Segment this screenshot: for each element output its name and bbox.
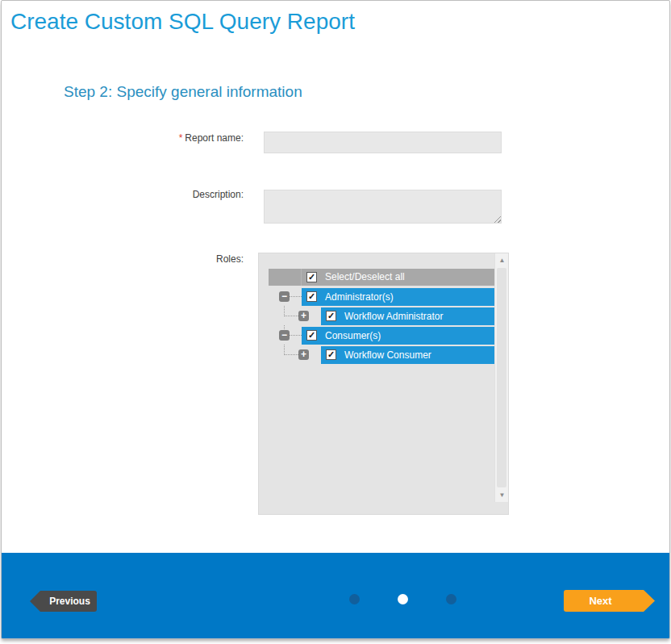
step-indicator-dot (446, 594, 456, 604)
check-icon: ✓ (327, 312, 336, 320)
step-indicator-dot (349, 594, 360, 604)
checkbox[interactable]: ✓ (306, 291, 317, 302)
expand-icon[interactable]: + (298, 311, 309, 321)
tree-connector (284, 316, 298, 316)
step-heading: Step 2: Specify general information (64, 83, 302, 101)
check-icon: ✓ (307, 292, 316, 301)
tree-connector (290, 296, 302, 297)
roles-tree: ✓ Select/Deselect all − ✓ Administrator(… (258, 253, 509, 515)
column-divider (301, 269, 302, 286)
tree-row-workflow-consumer[interactable]: + ✓ Workflow Consumer (269, 346, 496, 364)
previous-button[interactable]: Previous (30, 591, 97, 612)
collapse-icon[interactable]: − (279, 291, 290, 302)
step-indicator-dot-active (398, 594, 408, 604)
tree-row-administrators[interactable]: − ✓ Administrator(s) (269, 288, 496, 306)
tree-row-label[interactable]: Workflow Administrator (344, 307, 443, 325)
tree-row-workflow-administrator[interactable]: + ✓ Workflow Administrator (269, 307, 496, 325)
scrollbar-thumb[interactable] (497, 268, 506, 487)
tree-row-label[interactable]: Workflow Consumer (344, 346, 431, 364)
checkbox[interactable]: ✓ (306, 330, 317, 341)
select-all-label[interactable]: Select/Deselect all (325, 269, 405, 286)
checkbox[interactable]: ✓ (326, 349, 336, 360)
description-label: Description: (82, 189, 244, 200)
roles-label: Roles: (82, 253, 244, 265)
required-marker: * (179, 132, 183, 144)
check-icon: ✓ (327, 350, 336, 359)
next-button[interactable]: Next (564, 590, 655, 612)
report-name-label: *Report name: (82, 132, 244, 144)
tree-row-label[interactable]: Consumer(s) (325, 327, 381, 345)
select-all-checkbox[interactable]: ✓ (306, 272, 317, 282)
scrollbar[interactable]: ▲ ▼ (494, 253, 508, 502)
wizard-page: Create Custom SQL Query Report Step 2: S… (1, 0, 670, 639)
scroll-down-icon[interactable]: ▼ (495, 488, 509, 502)
tree-connector (284, 354, 298, 355)
page-title: Create Custom SQL Query Report (10, 9, 355, 35)
tree-row-label[interactable]: Administrator(s) (325, 288, 394, 306)
report-name-input[interactable] (264, 132, 502, 153)
scroll-up-icon[interactable]: ▲ (495, 253, 509, 267)
check-icon: ✓ (307, 331, 316, 340)
tree-connector (290, 335, 302, 336)
collapse-icon[interactable]: − (279, 330, 290, 341)
checkbox[interactable]: ✓ (326, 311, 336, 321)
check-icon: ✓ (307, 273, 316, 282)
select-all-row[interactable]: ✓ Select/Deselect all (269, 269, 496, 286)
wizard-footer: Previous Next (2, 553, 669, 638)
expand-icon[interactable]: + (298, 349, 309, 360)
description-textarea[interactable] (264, 190, 502, 224)
tree-row-consumers[interactable]: − ✓ Consumer(s) (269, 327, 496, 345)
